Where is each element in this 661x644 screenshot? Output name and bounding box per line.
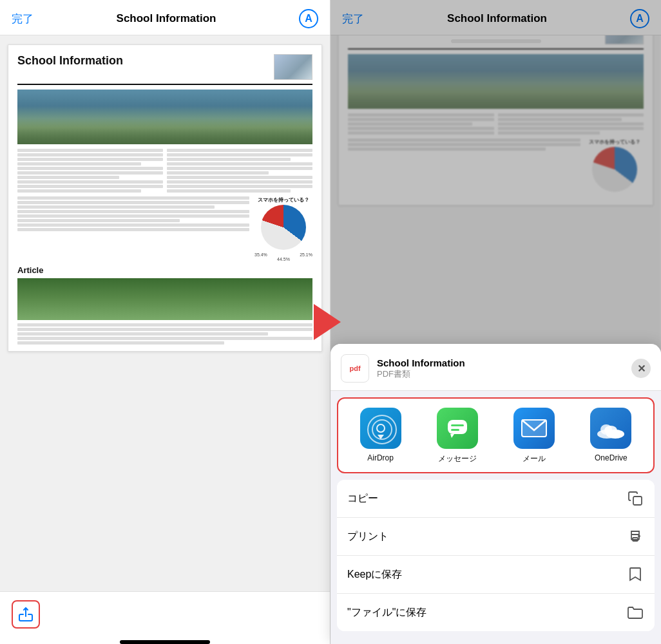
keep-bookmark-icon	[626, 565, 644, 583]
left-nav-title: School Information	[117, 12, 216, 25]
share-sheet: pdf School Information PDF書類 ✕	[330, 344, 661, 644]
left-doc-area: School Information	[0, 35, 330, 591]
share-file-type: PDF書類	[377, 368, 624, 380]
share-sheet-bottom-pad	[330, 631, 661, 644]
left-doc-page: School Information	[8, 44, 322, 352]
share-file-info: School Information PDF書類	[377, 357, 624, 380]
share-menu-print[interactable]: プリント	[337, 518, 655, 556]
share-close-button[interactable]: ✕	[631, 359, 651, 378]
svg-rect-0	[448, 420, 467, 434]
svg-point-9	[600, 424, 612, 435]
files-label: "ファイル"に保存	[347, 606, 426, 620]
airdrop-circles-icon	[367, 415, 394, 442]
airdrop-label: AirDrop	[367, 453, 394, 462]
share-app-airdrop[interactable]: AirDrop	[352, 408, 410, 464]
share-button[interactable]	[12, 600, 40, 629]
left-nav-app-icon[interactable]: A	[299, 9, 318, 28]
mail-envelope-icon	[521, 419, 548, 438]
doc-chart-text	[17, 196, 249, 261]
onedrive-icon-container	[590, 408, 631, 449]
doc-two-col	[17, 149, 312, 193]
share-app-messages[interactable]: メッセージ	[428, 408, 486, 464]
left-nav-bar: 完了 School Information A	[0, 0, 330, 35]
right-panel: 完了 School Information A School Informati…	[330, 0, 661, 644]
airdrop-icon-container	[360, 408, 401, 449]
left-panel: 完了 School Information A School Informati…	[0, 0, 330, 644]
messages-icon-container	[437, 408, 478, 449]
print-icon	[626, 527, 644, 545]
arrow-divider	[314, 304, 341, 340]
copy-icon	[626, 489, 644, 507]
doc-chart-section: スマホを持っている？ 35.4%25.1% 44.5%	[17, 196, 312, 261]
onedrive-cloud-icon	[596, 417, 626, 439]
svg-point-13	[638, 536, 640, 537]
share-app-mail[interactable]: メール	[505, 408, 563, 464]
share-apps-section: AirDrop メッセージ	[337, 397, 655, 473]
folder-icon	[626, 603, 644, 621]
right-arrow-icon	[314, 304, 341, 340]
svg-rect-2	[451, 424, 464, 426]
mail-icon-container	[513, 408, 555, 449]
share-app-onedrive[interactable]: OneDrive	[582, 408, 640, 464]
svg-marker-1	[450, 434, 454, 438]
left-done-button[interactable]: 完了	[12, 12, 34, 26]
left-home-indicator	[120, 640, 210, 644]
doc-article-text	[17, 323, 312, 345]
onedrive-label: OneDrive	[595, 453, 627, 462]
left-bottom-bar	[0, 591, 330, 636]
doc-col-right	[167, 149, 312, 193]
keep-label: Keepに保存	[347, 568, 402, 582]
share-sheet-overlay: pdf School Information PDF書類 ✕	[330, 0, 661, 644]
svg-rect-3	[451, 429, 459, 431]
doc-title: School Information	[17, 54, 123, 68]
share-menu-list: コピー プリント	[337, 480, 655, 631]
share-menu-copy[interactable]: コピー	[337, 480, 655, 518]
share-sheet-header: pdf School Information PDF書類 ✕	[330, 344, 661, 391]
mail-label: メール	[522, 453, 546, 464]
share-apps-row: AirDrop メッセージ	[343, 408, 648, 464]
doc-chart-visual: スマホを持っている？ 35.4%25.1% 44.5%	[254, 196, 312, 261]
messages-label: メッセージ	[438, 453, 477, 464]
doc-mountain-image	[17, 90, 312, 144]
pdf-file-icon: pdf	[341, 354, 369, 383]
copy-label: コピー	[347, 492, 378, 506]
doc-article-title: Article	[17, 265, 312, 275]
print-label: プリント	[347, 530, 388, 544]
doc-col-left	[17, 149, 163, 193]
doc-forest-image	[17, 278, 312, 320]
messages-bubble-icon	[445, 416, 470, 440]
svg-rect-10	[633, 497, 642, 505]
doc-pie-chart	[261, 205, 306, 250]
share-menu-files[interactable]: "ファイル"に保存	[337, 594, 655, 631]
doc-thumbnail	[274, 54, 312, 80]
doc-divider	[17, 84, 312, 85]
share-file-name: School Information	[377, 357, 624, 368]
share-menu-keep[interactable]: Keepに保存	[337, 556, 655, 594]
